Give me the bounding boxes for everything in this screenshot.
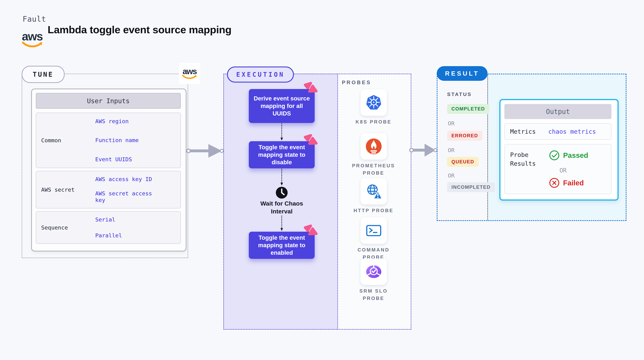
row-links: Serial Parallel: [95, 212, 170, 243]
page-title: Lambda toggle event source mapping: [48, 24, 232, 35]
link-aws-region[interactable]: AWS region: [95, 118, 170, 125]
probe-results-label: Probe Results: [510, 151, 546, 168]
row-links: AWS access key ID AWS secret access key: [95, 171, 170, 208]
link-parallel[interactable]: Parallel: [95, 232, 170, 239]
dotted-arrow-icon: [280, 215, 283, 231]
probe-tile-k8s: [360, 89, 387, 116]
status-heading: STATUS: [447, 92, 472, 97]
probe-result-passed: Passed: [549, 150, 588, 161]
slo-pie-check-icon: [364, 262, 383, 281]
probe-label-prometheus: PROMETHEUS PROBE: [351, 162, 396, 177]
metrics-label: Metrics: [510, 128, 536, 135]
check-circle-icon: [549, 150, 560, 161]
status-badge-incompleted: INCOMPLETED: [447, 182, 495, 192]
link-aws-access-key-id[interactable]: AWS access key ID: [95, 176, 170, 182]
clock-icon: [274, 185, 289, 200]
kubernetes-wheel-icon: [364, 93, 383, 112]
output-row-metrics: Metrics chaos metrics: [504, 123, 612, 140]
step-toggle-enabled: Toggle the event mapping state to enable…: [249, 232, 315, 259]
output-header: Output: [504, 104, 612, 119]
dotted-arrow-icon: [280, 169, 283, 186]
x-circle-icon: [549, 177, 560, 188]
step-toggle-disable: Toggle the event mapping state to disabl…: [249, 141, 315, 168]
probe-label-http: HTTP PROBE: [351, 207, 396, 214]
probe-tile-http: [360, 178, 387, 204]
link-serial[interactable]: Serial: [95, 216, 170, 223]
row-label: AWS secret: [36, 171, 95, 208]
chaos-metrics-link[interactable]: chaos metrics: [548, 128, 596, 135]
aws-logo: aws: [22, 30, 43, 48]
probe-result-failed: Failed: [549, 177, 584, 188]
execution-badge: EXECUTION: [227, 66, 294, 83]
or-label: OR: [560, 167, 567, 174]
pink-chaos-pinwheel-icon: [301, 224, 320, 242]
dotted-arrow-icon: [280, 123, 283, 141]
result-divider: [488, 74, 488, 220]
fault-diagram: Fault Lambda toggle event source mapping…: [0, 0, 644, 360]
aws-wordmark: aws: [22, 30, 43, 42]
row-links: AWS region Function name Event UUIDS: [95, 113, 170, 168]
output-row-probe-results: Probe Results Passed OR Failed: [504, 144, 612, 194]
fault-kicker: Fault: [22, 15, 46, 23]
table-row-sequence: Sequence Serial Parallel: [36, 211, 181, 244]
globe-warning-icon: [364, 182, 383, 201]
row-label: Common: [36, 113, 95, 168]
pink-chaos-pinwheel-icon: [301, 81, 320, 100]
or-label: OR: [448, 172, 454, 179]
passed-label: Passed: [563, 151, 588, 160]
pink-chaos-pinwheel-icon: [301, 133, 320, 152]
or-label: OR: [448, 120, 454, 127]
row-label: Sequence: [36, 212, 95, 243]
link-function-name[interactable]: Function name: [95, 137, 170, 144]
link-aws-secret-access-key[interactable]: AWS secret access key: [95, 190, 165, 203]
arrow-probes-to-result: [409, 141, 438, 160]
arrow-tune-to-execution: [186, 142, 224, 160]
or-label: OR: [448, 147, 454, 153]
status-badge-queued: QUEUED: [447, 157, 478, 167]
terminal-icon: [364, 221, 383, 240]
link-event-uuids[interactable]: Event UUIDS: [95, 156, 170, 163]
failed-label: Failed: [563, 179, 584, 187]
user-inputs-header: User Inputs: [36, 93, 181, 109]
wait-for-chaos-interval-label: Wait for Chaos Interval: [251, 199, 312, 215]
probes-heading: PROBES: [342, 80, 371, 85]
status-badge-errored: ERRORED: [447, 131, 482, 141]
probe-label-srm-slo: SRM SLO PROBE: [351, 287, 396, 302]
table-row-common: Common AWS region Function name Event UU…: [36, 113, 181, 168]
probe-tile-command: [360, 217, 387, 244]
aws-swoosh-icon: [182, 74, 197, 80]
status-badge-completed: COMPLETED: [447, 104, 489, 114]
probe-label-k8s: K8S PROBE: [351, 118, 396, 126]
probe-tile-srm-slo: [360, 258, 387, 285]
result-badge: RESULT: [437, 66, 488, 81]
prometheus-torch-icon: [364, 137, 383, 156]
probe-tile-prometheus: [360, 133, 387, 160]
table-row-aws-secret: AWS secret AWS access key ID AWS secret …: [36, 171, 181, 208]
aws-corner-logo: aws: [179, 63, 200, 84]
step-derive-event-source-mapping: Derive event source mapping for all UUID…: [249, 89, 315, 123]
tune-badge: TUNE: [22, 66, 64, 83]
